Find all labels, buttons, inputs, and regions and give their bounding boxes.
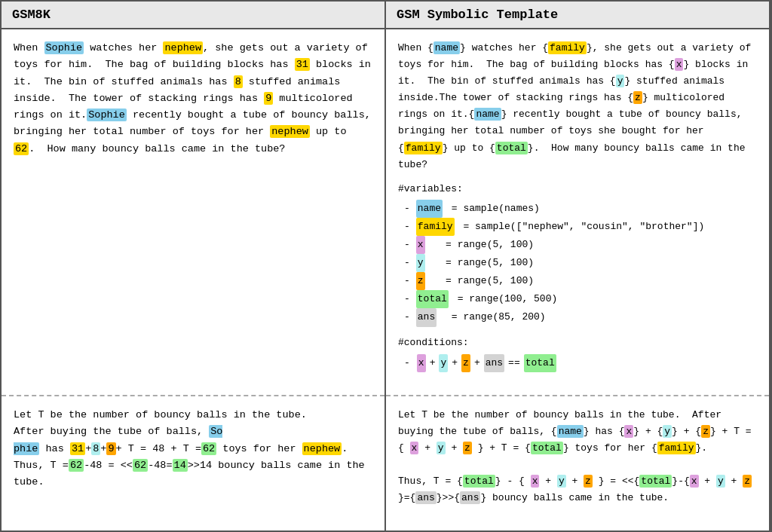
var-name: - name = sample(names) — [404, 200, 757, 218]
var-z-label: z — [416, 272, 425, 290]
var-family-eq: = sample(["nephew", "cousin", "brother"]… — [458, 219, 705, 235]
right-title-text: GSM Symbolic Template — [397, 8, 558, 22]
right-solution: Let T be the number of bouncy balls in t… — [398, 409, 752, 454]
r-thus-y2: y — [716, 475, 725, 488]
r-sol-z: z — [701, 425, 710, 438]
var-ans-label: ans — [416, 308, 437, 326]
var-y-label: y — [416, 254, 425, 272]
r-z: z — [633, 91, 642, 104]
r-thus-total: total — [463, 475, 495, 488]
right-panel-body: When {name} watches her {family}, she ge… — [386, 29, 769, 530]
conditions-header: #conditions: — [398, 335, 757, 351]
r-x: x — [675, 58, 684, 71]
r-thus-z: z — [584, 475, 593, 488]
left-panel-body: When Sophie watches her nephew, she gets… — [2, 29, 384, 530]
r-thus-x: x — [531, 475, 540, 488]
r-total: total — [495, 142, 528, 154]
left-bottom-section: Let T be the number of bouncy balls in t… — [2, 395, 384, 530]
cond-ans: ans — [484, 354, 504, 372]
nephew-highlight-2: nephew — [270, 125, 310, 138]
r-sol-x: x — [624, 425, 633, 438]
var-y-eq: = range(5, 100) — [428, 255, 534, 271]
cond-x: x — [417, 354, 426, 372]
sol-8: 8 — [91, 442, 100, 455]
var-y: - y = range(5, 100) — [404, 254, 757, 272]
r-family-2: family — [404, 142, 443, 154]
num-62: 62 — [14, 142, 29, 155]
left-panel: GSM8K When Sophie watches her nephew, sh… — [2, 2, 386, 530]
r-thus-x2: x — [690, 475, 699, 488]
var-z-eq: = range(5, 100) — [428, 273, 534, 289]
r-thus-total2: total — [639, 475, 672, 488]
r-thus-ans2: ans — [460, 491, 480, 504]
r-y: y — [616, 75, 625, 87]
r-thus-the: the — [616, 492, 633, 503]
var-x: - x = range(5, 100) — [404, 236, 757, 254]
var-z: - z = range(5, 100) — [404, 272, 757, 290]
left-prose: When Sophie watches her nephew, she gets… — [14, 41, 371, 155]
right-panel-title: GSM Symbolic Template — [386, 2, 769, 29]
var-ans-eq: = range(85, 200) — [440, 309, 545, 326]
r-thus-z2: z — [743, 475, 752, 488]
nephew-highlight-1: nephew — [163, 41, 203, 54]
sol-9: 9 — [106, 442, 115, 455]
conditions-line: - x + y + z + ans == total — [404, 354, 757, 372]
var-total-eq: = range(100, 500) — [452, 291, 557, 307]
var-total: - total = range(100, 500) — [404, 290, 757, 308]
conditions-section: #conditions: - x + y + z + ans == total — [398, 335, 757, 372]
sol-62: 62 — [201, 442, 216, 455]
sophie-highlight-1: Sophie — [44, 41, 84, 54]
cond-plus2: + — [452, 355, 458, 371]
var-family: - family = sample(["nephew", "cousin", "… — [404, 218, 757, 236]
cond-total: total — [524, 354, 556, 372]
variables-header: #variables: — [398, 181, 757, 197]
var-name-eq: = sample(names) — [446, 200, 540, 217]
sophie-highlight-2: Sophie — [87, 109, 127, 121]
var-x-label: x — [416, 236, 425, 254]
sol-nephew: nephew — [302, 442, 342, 455]
num-31: 31 — [295, 58, 310, 71]
r-family-1: family — [548, 41, 587, 54]
right-top-section: When {name} watches her {family}, she ge… — [386, 29, 769, 395]
sol-62c: 62 — [133, 459, 148, 472]
right-bottom-section: Let T be the number of bouncy balls in t… — [386, 395, 769, 530]
r-sol-y2: y — [437, 442, 446, 454]
sol-14: 14 — [173, 459, 188, 472]
left-top-section: When Sophie watches her nephew, she gets… — [2, 29, 384, 395]
left-solution: Let T be the number of bouncy balls in t… — [14, 409, 365, 488]
sol-62b: 62 — [69, 459, 84, 472]
var-x-eq: = range(5, 100) — [428, 237, 534, 253]
r-sol-total: total — [531, 442, 563, 454]
right-panel: GSM Symbolic Template When {name} watche… — [386, 2, 770, 530]
r-thus-ans: ans — [415, 491, 436, 504]
right-prose: When {name} watches her {family}, she ge… — [398, 40, 757, 173]
cond-plus3: + — [474, 355, 480, 371]
sophie-solution: Sophie — [14, 425, 222, 454]
var-ans: - ans = range(85, 200) — [404, 308, 757, 326]
r-name-1: name — [433, 41, 460, 54]
r-sol-z2: z — [463, 442, 472, 454]
r-sol-family: family — [657, 442, 696, 454]
num-8: 8 — [234, 75, 243, 88]
left-title-text: GSM8K — [12, 8, 51, 22]
cond-plus1: + — [430, 355, 436, 371]
r-sol-name: name — [557, 425, 584, 438]
cond-z: z — [461, 354, 470, 372]
var-name-label: name — [416, 200, 443, 218]
sol-31: 31 — [70, 442, 85, 455]
var-total-label: total — [416, 290, 449, 308]
num-9: 9 — [264, 92, 273, 105]
cond-y: y — [439, 354, 448, 372]
r-sol-y: y — [663, 425, 672, 438]
r-sol-x2: x — [410, 442, 419, 454]
right-thus: Thus, T = {total} - { x + y + z } = <<{t… — [398, 475, 752, 504]
cond-equals: == — [508, 355, 520, 371]
r-thus-y: y — [557, 475, 566, 488]
var-family-label: family — [416, 218, 455, 236]
variables-section: #variables: - name = sample(names) - fam… — [398, 181, 757, 327]
r-name-2: name — [474, 108, 501, 121]
left-panel-title: GSM8K — [2, 2, 384, 29]
